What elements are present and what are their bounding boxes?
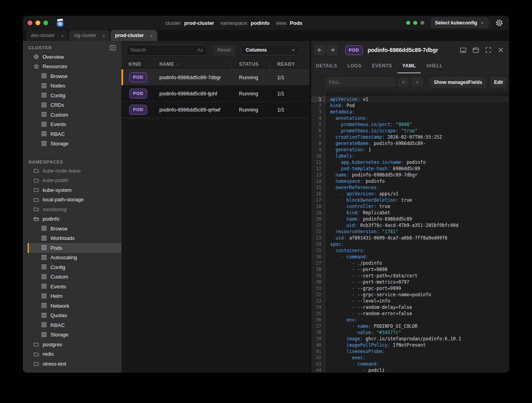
sidebar-item-storage[interactable]: Storage xyxy=(23,330,121,340)
expand-fullscreen-button[interactable] xyxy=(485,46,492,54)
sidebar-item-network[interactable]: Network xyxy=(23,301,121,311)
grid-icon xyxy=(41,313,47,318)
column-header-status[interactable]: STATUS xyxy=(231,61,269,67)
find-input[interactable] xyxy=(329,80,392,85)
dock-bottom-button[interactable] xyxy=(459,46,467,54)
yaml-editor[interactable]: 1apiVersion: v12kind: Pod3metadata:4 ann… xyxy=(311,91,509,373)
panel-tab-details[interactable]: DETAILS xyxy=(311,59,342,73)
show-managed-fields-button[interactable]: Show managedFields xyxy=(429,77,487,88)
sidebar-item-monitoring[interactable]: monitoring xyxy=(23,204,121,214)
sidebar-item-rbac[interactable]: RBAC xyxy=(23,320,121,330)
open-in-window-button[interactable] xyxy=(472,46,479,54)
yaml-line: 14 namespace: podinfo xyxy=(311,178,509,184)
back-button[interactable] xyxy=(314,45,325,56)
sidebar-item-helm[interactable]: Helm xyxy=(23,292,121,301)
sidebar-item-events[interactable]: Events xyxy=(23,282,121,292)
sidebar-item-label: Pods xyxy=(50,245,62,251)
sidebar-item-config[interactable]: Config xyxy=(23,91,121,100)
folder-icon xyxy=(34,187,39,193)
sidebar-item-resources[interactable]: Resources xyxy=(23,62,121,72)
yaml-line: 41 livenessProbe: xyxy=(311,348,509,355)
cluster-tab-dev-cluster[interactable]: dev-clusterx xyxy=(26,30,68,41)
yaml-line: 13 name: podinfo-6986dd5c89-7dbgr xyxy=(311,172,509,178)
sidebar-item-rbac[interactable]: RBAC xyxy=(23,129,121,139)
yaml-line: 6 prometheus.io/scrape: "true" xyxy=(311,128,509,134)
sidebar: CLUSTER OverviewResourcesBrowseNodesConf… xyxy=(23,41,121,373)
pod-row-podinfo-6986dd5c89-ljphf[interactable]: PODpodinfo-6986dd5c89-ljphfRunning1/1 xyxy=(121,85,310,102)
grid-icon xyxy=(41,293,47,299)
minimize-window-button[interactable] xyxy=(35,20,40,25)
sidebar-item-kube-public[interactable]: kube-public xyxy=(23,176,121,186)
cluster-tab-stg-cluster[interactable]: stg-clusterx xyxy=(69,30,110,41)
columns-dropdown[interactable]: Columns xyxy=(241,45,300,56)
zoom-window-button[interactable] xyxy=(43,20,48,25)
sidebar-item-events[interactable]: Events xyxy=(23,120,121,130)
panel-tab-events[interactable]: EVENTS xyxy=(367,59,397,73)
column-header-ready[interactable]: READY xyxy=(270,61,310,67)
line-number: 35 xyxy=(311,310,325,317)
yaml-line-content: - podcli xyxy=(325,367,509,373)
pod-row-podinfo-6986dd5c89-qrhwf[interactable]: PODpodinfo-6986dd5c89-qrhwfRunning1/1 xyxy=(121,102,310,118)
line-number: 3 xyxy=(311,109,325,115)
sidebar-item-redis[interactable]: redis xyxy=(23,349,121,359)
select-kubeconfig-dropdown[interactable]: Select kubeconfig xyxy=(431,18,489,28)
titlebar[interactable]: cluster: prod-cluster namespace: podinfo… xyxy=(23,16,509,30)
column-header-name[interactable]: NAME↑ xyxy=(159,61,231,67)
sidebar-item-local-path-storage[interactable]: local-path-storage xyxy=(23,195,121,205)
sidebar-item-kube-system[interactable]: kube-system xyxy=(23,185,121,195)
yaml-line-content: prometheus.io/scrape: "true" xyxy=(325,128,509,134)
sidebar-item-label: Workloads xyxy=(50,235,75,241)
panel-tab-logs[interactable]: LOGS xyxy=(343,59,366,73)
sidebar-item-workloads[interactable]: Workloads xyxy=(23,234,121,243)
edit-button[interactable]: Edit xyxy=(490,77,508,88)
sidebar-item-quotas[interactable]: Quotas xyxy=(23,311,121,321)
sidebar-item-browse[interactable]: Browse xyxy=(23,71,121,81)
search-case-toggle[interactable]: Aa xyxy=(197,47,203,53)
sidebar-item-custom[interactable]: Custom xyxy=(23,272,121,282)
line-number: 6 xyxy=(311,128,325,134)
sidebar-item-label: kube-system xyxy=(43,187,72,193)
close-tab-icon[interactable]: x xyxy=(150,33,153,38)
forward-button[interactable] xyxy=(327,45,338,56)
sidebar-item-nodes[interactable]: Nodes xyxy=(23,81,121,91)
panel-tab-shell[interactable]: SHELL xyxy=(422,59,448,73)
line-number: 24 xyxy=(311,241,325,247)
panel-tab-yaml[interactable]: YAML xyxy=(398,59,421,73)
pod-row-podinfo-6986dd5c89-7dbgr[interactable]: PODpodinfo-6986dd5c89-7dbgrRunning1/1 xyxy=(121,69,310,85)
pod-ready: 1/1 xyxy=(270,74,310,80)
close-tab-icon[interactable]: x xyxy=(61,33,63,38)
cluster-tab-prod-cluster[interactable]: prod-clusterx xyxy=(110,30,157,41)
sidebar-item-podinfo[interactable]: podinfo xyxy=(23,214,121,224)
close-tab-icon[interactable]: x xyxy=(103,33,105,38)
sidebar-item-config[interactable]: Config xyxy=(23,262,121,272)
yaml-line: 36 env: xyxy=(311,317,509,323)
sidebar-item-stress-test[interactable]: stress-test xyxy=(23,359,121,369)
sidebar-item-storage[interactable]: Storage xyxy=(23,139,121,149)
grid-icon xyxy=(41,274,47,280)
settings-button[interactable] xyxy=(495,19,504,27)
sidebar-item-custom[interactable]: Custom xyxy=(23,110,121,120)
sidebar-item-autoscaling[interactable]: Autoscaling xyxy=(23,253,121,263)
sidebar-item-kube-node-lease[interactable]: kube-node-lease xyxy=(23,166,121,176)
sidebar-item-overview[interactable]: Overview xyxy=(23,52,121,62)
close-window-button[interactable] xyxy=(28,20,32,25)
reset-button[interactable]: Reset xyxy=(212,45,236,56)
namespace-label: namespace: xyxy=(220,20,248,26)
sidebar-item-postgres[interactable]: postgres xyxy=(23,340,121,349)
close-panel-button[interactable] xyxy=(497,46,504,54)
line-number: 18 xyxy=(311,203,325,210)
collapse-sidebar-icon[interactable] xyxy=(110,45,116,50)
sidebar-item-browse[interactable]: Browse xyxy=(23,224,121,234)
yaml-line: 11 app.kubernetes.io/name: podinfo xyxy=(311,159,509,165)
sidebar-item-crds[interactable]: CRDs xyxy=(23,100,121,110)
yaml-line: 15 ownerReferences: xyxy=(311,184,509,191)
sidebar-item-pods[interactable]: Pods xyxy=(28,243,121,253)
search-input[interactable] xyxy=(130,47,197,53)
yaml-line: 38 value: "#34577c" xyxy=(311,329,509,336)
cluster-section-label: CLUSTER xyxy=(28,45,52,50)
pod-name: podinfo-6986dd5c89-ljphf xyxy=(159,91,231,97)
find-previous-button[interactable]: < xyxy=(398,77,409,87)
column-header-kind[interactable]: KIND xyxy=(121,61,159,67)
tab-label: stg-cluster xyxy=(74,33,97,38)
find-next-button[interactable]: > xyxy=(411,77,423,87)
